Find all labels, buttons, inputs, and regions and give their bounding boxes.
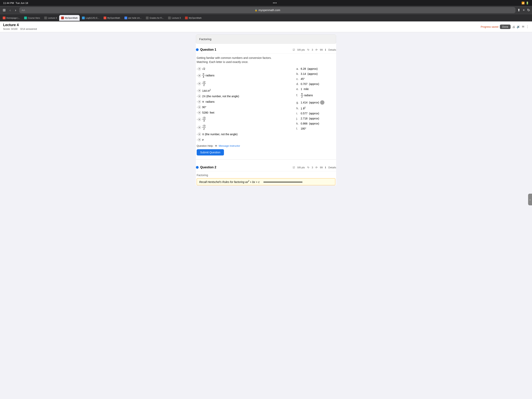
dash-e[interactable]: - — [197, 138, 197, 141]
q1-label: Question 1 — [200, 48, 216, 51]
match-ctrl-sqrt3-2: - — [197, 126, 201, 129]
match-ctrl-5280: - — [197, 111, 201, 114]
circle-pi4[interactable] — [198, 74, 201, 77]
more-icon[interactable]: ⋮ — [526, 25, 529, 28]
match-ctrl-2pi: - — [197, 95, 201, 98]
tab-label-lecture4: Lecture 4 — [48, 17, 57, 19]
tab-myopenmath2[interactable]: MyOpenMath — [102, 15, 122, 21]
print-icon[interactable]: 🖨 — [512, 25, 515, 28]
q1-pts: 0/8 pts — [297, 48, 305, 51]
tab-lecture4[interactable]: Lecture 4 — [42, 15, 59, 21]
main-content: Factoring Question 1 ☑ 0/8 pts ↻ 3 ⟳ 99 … — [196, 34, 336, 185]
match-ctrl-sqrt2: - — [197, 67, 201, 70]
tab-homepage[interactable]: Homepage |... — [1, 15, 22, 21]
circle-pi-num[interactable] — [198, 133, 201, 136]
match-text-2pi: 2π (the number, not the angle) — [202, 95, 239, 98]
match-text-144in2: 144 in2 — [202, 89, 211, 92]
tab-grades[interactable]: Grades for Fi... — [144, 15, 166, 21]
dash-5280[interactable]: - — [197, 111, 197, 114]
tabs-button[interactable]: + — [523, 8, 525, 12]
q2-meta: ☑ 0/8 pts ↻ 3 ⟳ 99 ℹ Details — [293, 166, 336, 169]
letter-j: j. — [296, 117, 299, 120]
tab-lecture3[interactable]: Lecture 3 — [166, 15, 183, 21]
tab-label-myopenmath3: MyOpenMath — [189, 17, 202, 19]
question-help: Question Help: ✉ Message instructor — [197, 144, 335, 147]
circle-90deg[interactable] — [198, 106, 201, 109]
tab-myopenmath1[interactable]: MyOpenMath — [59, 15, 80, 21]
back-button[interactable]: ‹ — [8, 7, 12, 13]
q1-desc-line1: Getting familar with common numbers and … — [197, 56, 335, 60]
aa-label[interactable]: AA — [22, 9, 25, 12]
answer-f: f. π2 radians — [296, 93, 335, 98]
forward-button[interactable]: › — [14, 7, 17, 13]
letter-e: e. — [296, 87, 299, 90]
message-instructor-link[interactable]: Message instructor — [219, 144, 240, 147]
dash-sqrt2[interactable]: - — [197, 67, 197, 70]
question2-body: Factoring Recall Hentschel's Rules for f… — [196, 174, 336, 185]
tab-myopenmath3[interactable]: MyOpenMath — [183, 15, 203, 21]
circle-sqrt2[interactable] — [198, 67, 201, 70]
header-right: Progress saved Done 🖨 🔊 ✉ ⋮ — [481, 25, 529, 29]
done-button[interactable]: Done — [500, 25, 511, 29]
question1-header: Question 1 ☑ 0/8 pts ↻ 3 ⟳ 99 ℹ Details — [196, 46, 336, 54]
q1-retries: 3 — [312, 48, 313, 51]
question2-header: Question 2 ☑ 0/8 pts ↻ 3 ⟳ 99 ℹ Details — [196, 164, 336, 171]
q2-details-link[interactable]: Details — [328, 166, 336, 169]
sidebar-button[interactable]: ⊞ — [2, 7, 6, 13]
submit-question-button[interactable]: Submit Question — [197, 149, 224, 155]
favicon-homepage — [3, 17, 6, 19]
q1-details-link[interactable]: Details — [328, 48, 336, 51]
sidebar-toggle[interactable]: ‹ — [528, 194, 532, 205]
circle-5280[interactable] — [198, 111, 201, 114]
dash-sqrt3-2[interactable]: - — [197, 126, 197, 129]
q2-attempts: 99 — [320, 166, 323, 169]
match-item-5280: - 5280 feet — [197, 111, 289, 114]
dash-pi4[interactable]: - — [197, 74, 197, 77]
circle-e[interactable] — [198, 138, 201, 141]
circle-144in2[interactable] — [198, 89, 201, 92]
dash-2pi[interactable]: - — [197, 95, 197, 98]
tab-google[interactable]: wie heile ich... — [122, 15, 144, 21]
volume-icon[interactable]: 🔊 — [517, 25, 520, 28]
tab-log5[interactable]: Log5(125) E... — [80, 15, 101, 21]
time: 11:44 PM — [3, 1, 14, 5]
circle-sqrt3-2[interactable] — [198, 126, 201, 129]
value-a: 6.28 (approx) — [301, 67, 318, 70]
dash-144in2[interactable]: - — [197, 89, 197, 92]
page-title: Lecture 4 — [3, 23, 37, 27]
match-text-pi-rad: π radians — [202, 100, 214, 103]
section-divider — [196, 159, 336, 160]
match-text-sqrt3-3: √33 — [202, 116, 206, 122]
match-item-pi-rad: - π radians — [197, 100, 289, 103]
favicon-lecture4 — [44, 17, 47, 19]
dash-sqrt2-2[interactable]: - — [197, 82, 197, 85]
lock-icon: 🔒 — [255, 9, 257, 12]
dash-pi-num[interactable]: - — [197, 133, 197, 136]
circle-sqrt3-3[interactable] — [198, 118, 201, 121]
q2-retry-icon: ↻ — [307, 166, 310, 169]
q1-title-row: Question 1 — [196, 48, 216, 51]
value-k: 0.866 (approx) — [301, 122, 319, 125]
letter-d: d. — [296, 82, 299, 85]
mail-icon[interactable]: ✉ — [522, 25, 524, 28]
q2-refresh-icon: ⟳ — [316, 166, 318, 169]
favicon-lecture3 — [168, 17, 171, 19]
value-e: 1 mile — [301, 87, 309, 90]
circle-sqrt2-2[interactable] — [198, 82, 201, 85]
match-text-sqrt2-2: √22 — [202, 81, 206, 87]
value-l: 180° — [301, 127, 306, 130]
circle-2pi[interactable] — [198, 95, 201, 98]
match-item-sqrt2: - √2 — [197, 67, 289, 70]
circle-pi-rad[interactable] — [198, 100, 201, 103]
value-f: π2 radians — [301, 93, 313, 98]
reload-button[interactable]: ↻ — [527, 8, 530, 12]
tab-label-log5: Log5(125) E... — [86, 17, 99, 19]
dash-pi-rad[interactable]: - — [197, 100, 197, 103]
share-button[interactable]: ⬆ — [517, 8, 520, 12]
dash-90deg[interactable]: - — [197, 106, 197, 109]
mail-small-icon: ✉ — [215, 144, 217, 147]
tab-coursehero[interactable]: Course Hero — [22, 15, 42, 21]
toolbar-actions: ⬆ + ↻ — [517, 8, 530, 12]
dash-sqrt3-3[interactable]: - — [197, 118, 197, 121]
address-bar[interactable]: AA 🔒 myopenmath.com — [19, 7, 515, 13]
